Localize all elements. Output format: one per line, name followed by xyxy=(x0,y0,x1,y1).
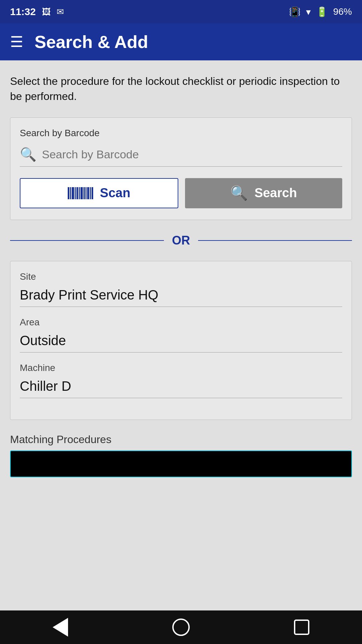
status-left: 11:32 🖼 ✉ xyxy=(10,6,64,17)
menu-icon[interactable]: ☰ xyxy=(10,35,23,49)
page-title: Search & Add xyxy=(35,32,148,52)
status-right: 📳 ▾ 🔋 96% xyxy=(289,6,352,17)
barcode-search-card: Search by Barcode 🔍 xyxy=(10,117,352,220)
button-row: Scan 🔍 Search xyxy=(20,178,342,208)
home-icon xyxy=(172,619,190,636)
machine-group: Machine Chiller D xyxy=(20,363,342,398)
matching-procedures-list xyxy=(10,450,352,477)
site-dropdown[interactable]: Brady Print Service HQ xyxy=(20,287,342,307)
recent-button[interactable] xyxy=(288,614,315,641)
area-dropdown[interactable]: Outside xyxy=(20,333,342,353)
main-content: Select the procedure for the lockout che… xyxy=(0,60,362,610)
search-icon: 🔍 xyxy=(20,147,37,162)
app-bar: ☰ Search & Add xyxy=(0,23,362,60)
gallery-icon: 🖼 xyxy=(42,7,51,17)
barcode-input-wrapper: 🔍 xyxy=(20,147,342,167)
or-line-left xyxy=(10,240,164,241)
status-bar: 11:32 🖼 ✉ 📳 ▾ 🔋 96% xyxy=(0,0,362,23)
battery-percent: 96% xyxy=(333,6,352,17)
email-icon: ✉ xyxy=(57,7,64,17)
search-button-icon: 🔍 xyxy=(230,185,248,201)
back-button[interactable] xyxy=(47,614,74,641)
recent-icon xyxy=(294,620,309,635)
barcode-section-label: Search by Barcode xyxy=(20,128,342,139)
or-line-right xyxy=(198,240,352,241)
status-time: 11:32 xyxy=(10,6,36,17)
filter-card: Site Brady Print Service HQ Area Outside… xyxy=(10,261,352,420)
or-text: OR xyxy=(172,233,190,248)
instruction-text: Select the procedure for the lockout che… xyxy=(10,74,352,104)
matching-procedures-label: Matching Procedures xyxy=(10,433,352,446)
barcode-icon xyxy=(68,187,93,199)
search-button-label: Search xyxy=(254,186,297,200)
barcode-search-input[interactable] xyxy=(42,148,342,161)
area-group: Area Outside xyxy=(20,317,342,353)
search-button[interactable]: 🔍 Search xyxy=(185,178,342,208)
scan-button-label: Scan xyxy=(100,186,130,200)
machine-label: Machine xyxy=(20,363,342,373)
area-label: Area xyxy=(20,317,342,328)
machine-dropdown[interactable]: Chiller D xyxy=(20,379,342,398)
home-button[interactable] xyxy=(168,614,194,641)
scan-button[interactable]: Scan xyxy=(20,178,178,208)
back-icon xyxy=(53,618,68,637)
site-group: Site Brady Print Service HQ xyxy=(20,271,342,307)
wifi-icon: ▾ xyxy=(306,6,311,17)
or-divider: OR xyxy=(10,233,352,248)
site-label: Site xyxy=(20,271,342,282)
bottom-nav xyxy=(0,610,362,644)
vibrate-icon: 📳 xyxy=(289,6,301,17)
battery-icon: 🔋 xyxy=(316,6,328,17)
